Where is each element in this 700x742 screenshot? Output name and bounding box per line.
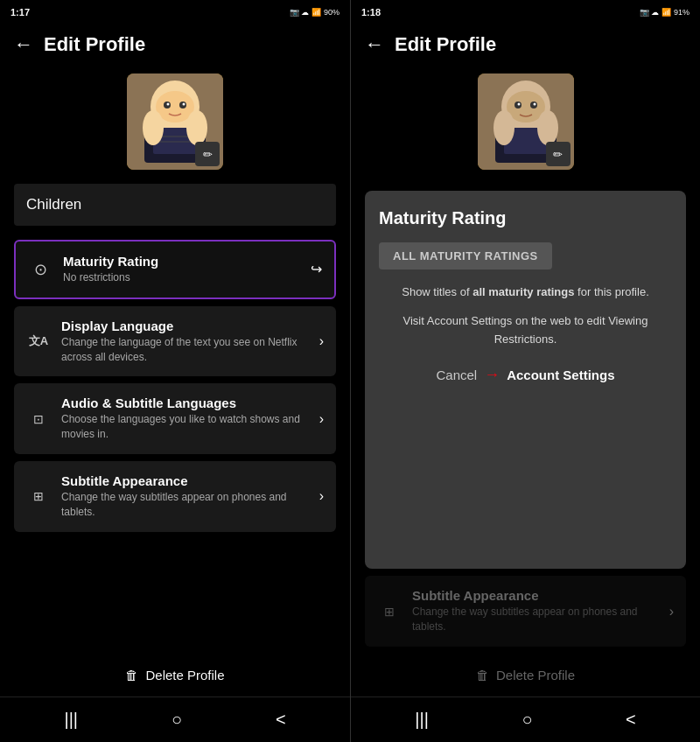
nav-home-left[interactable]: ○: [172, 710, 182, 730]
page-title-right: Edit Profile: [395, 33, 496, 56]
delete-icon-left: 🗑: [125, 668, 138, 682]
account-settings-button[interactable]: Account Settings: [507, 368, 614, 382]
subtitle-sub-right: Change the way subtitles appear on phone…: [412, 605, 659, 634]
back-button-left[interactable]: ←: [14, 33, 33, 56]
subtitle-text-right: Subtitle Appearance Change the way subti…: [412, 588, 659, 634]
avatar-section-left: ✏: [0, 65, 350, 184]
svg-point-22: [494, 110, 514, 145]
svg-point-12: [186, 110, 207, 145]
nav-bar-left: ||| ○ <: [0, 696, 350, 742]
maturity-link-text: Visit Account Settings on the web to edi…: [379, 312, 672, 349]
time-left: 1:17: [10, 7, 30, 18]
subtitle-arrow-right: ›: [669, 604, 674, 620]
audio-arrow: ›: [319, 411, 324, 427]
audio-subtitle: Choose the languages you like to watch s…: [61, 412, 309, 442]
status-bar-right: 1:18 📷 ☁ 📶 91%: [351, 0, 700, 24]
audio-text: Audio & Subtitle Languages Choose the la…: [61, 396, 309, 442]
subtitle-arrow-left: ›: [319, 488, 324, 504]
nav-home-right[interactable]: ○: [522, 710, 532, 730]
nav-back-left[interactable]: <: [276, 710, 286, 730]
svg-point-6: [183, 103, 186, 106]
status-icons-left: 📷 ☁ 📶 90%: [290, 8, 340, 17]
maturity-overlay: Maturity Rating ALL MATURITY RATINGS Sho…: [365, 191, 686, 569]
page-title-left: Edit Profile: [44, 33, 145, 56]
display-language-item[interactable]: 文A Display Language Change the language …: [14, 306, 336, 377]
svg-point-19: [533, 103, 536, 106]
maturity-description: Show titles of all maturity ratings for …: [379, 284, 672, 302]
arrow-icon: →: [484, 366, 500, 384]
display-lang-arrow: ›: [319, 333, 324, 349]
subtitle-sub-left: Change the way subtitles appear on phone…: [61, 490, 309, 520]
avatar-wrapper-right[interactable]: ✏: [478, 74, 574, 170]
svg-point-5: [167, 103, 170, 106]
nav-menu-right[interactable]: |||: [415, 710, 429, 730]
delete-label-left: Delete Profile: [145, 668, 224, 682]
audio-title: Audio & Subtitle Languages: [61, 396, 309, 410]
delete-label-right: Delete Profile: [496, 668, 575, 682]
maturity-actions: Cancel → Account Settings: [379, 366, 672, 384]
profile-name-field[interactable]: Children: [14, 184, 336, 226]
avatar-wrapper-left[interactable]: ✏: [127, 74, 223, 170]
subtitle-title-right: Subtitle Appearance: [412, 588, 659, 603]
header-left: ← Edit Profile: [0, 24, 350, 65]
subtitle-icon-left: ⊞: [26, 484, 51, 508]
maturity-title: Maturity Rating: [63, 254, 300, 269]
avatar-edit-icon-right[interactable]: ✏: [546, 142, 570, 166]
svg-point-11: [143, 110, 164, 145]
display-lang-subtitle: Change the language of the text you see …: [61, 335, 309, 365]
delete-profile-right: 🗑 Delete Profile: [351, 654, 700, 696]
status-icons-right: 📷 ☁ 📶 91%: [640, 8, 690, 17]
display-lang-icon: 文A: [26, 329, 51, 354]
maturity-overlay-title: Maturity Rating: [379, 208, 672, 228]
nav-back-right[interactable]: <: [626, 710, 636, 730]
display-lang-text: Display Language Change the language of …: [61, 318, 309, 365]
maturity-rating-button[interactable]: ALL MATURITY RATINGS: [379, 242, 552, 270]
nav-menu-left[interactable]: |||: [64, 710, 78, 730]
subtitle-appearance-item-right: ⊞ Subtitle Appearance Change the way sub…: [365, 576, 686, 647]
back-button-right[interactable]: ←: [365, 33, 384, 56]
subtitle-title-left: Subtitle Appearance: [61, 473, 309, 488]
header-right: ← Edit Profile: [351, 24, 700, 65]
status-bar-left: 1:17 📷 ☁ 📶 90%: [0, 0, 350, 24]
maturity-rating-item[interactable]: ⊙ Maturity Rating No restrictions ↪: [14, 240, 336, 299]
right-panel: 1:18 📷 ☁ 📶 91% ← Edit Profile: [350, 0, 700, 742]
subtitle-icon-right: ⊞: [377, 599, 402, 624]
avatar-edit-icon-left[interactable]: ✏: [195, 142, 220, 166]
avatar-section-right: ✏: [351, 65, 700, 184]
maturity-text: Maturity Rating No restrictions: [63, 254, 300, 285]
display-lang-title: Display Language: [61, 318, 309, 333]
audio-icon: ⊡: [26, 407, 51, 431]
maturity-subtitle: No restrictions: [63, 270, 300, 285]
svg-point-18: [517, 103, 520, 106]
delete-profile-left[interactable]: 🗑 Delete Profile: [0, 654, 350, 696]
maturity-arrow: ↪: [311, 261, 322, 277]
left-panel: 1:17 📷 ☁ 📶 90% ← Edit Profile: [0, 0, 350, 742]
cancel-button[interactable]: Cancel: [436, 368, 477, 382]
audio-subtitle-item[interactable]: ⊡ Audio & Subtitle Languages Choose the …: [14, 383, 336, 454]
time-right: 1:18: [361, 7, 381, 18]
subtitle-text-left: Subtitle Appearance Change the way subti…: [61, 473, 309, 520]
delete-icon-right: 🗑: [476, 668, 489, 682]
subtitle-appearance-item-left[interactable]: ⊞ Subtitle Appearance Change the way sub…: [14, 461, 336, 532]
maturity-icon: ⊙: [28, 257, 52, 282]
svg-point-23: [537, 110, 558, 145]
nav-bar-right: ||| ○ <: [351, 696, 700, 742]
